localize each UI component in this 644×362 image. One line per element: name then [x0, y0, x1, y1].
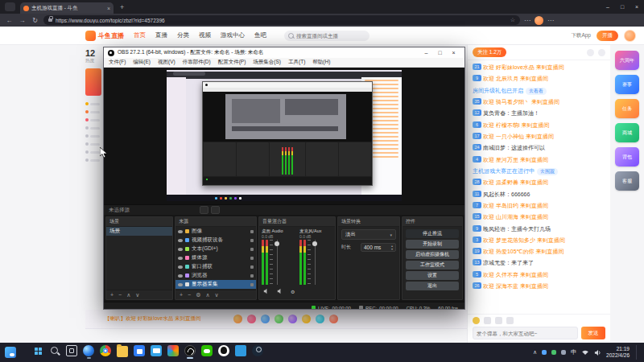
- go-live-button[interactable]: 开播: [597, 31, 618, 41]
- source-row[interactable]: 文本(GDI+): [175, 245, 256, 253]
- browser-menu-icon[interactable]: ⋯: [547, 17, 554, 24]
- tray-chevron-icon[interactable]: ∧: [533, 349, 537, 356]
- wechat-icon[interactable]: [201, 345, 213, 356]
- volume-slider[interactable]: [312, 240, 317, 285]
- photos-icon[interactable]: [167, 345, 179, 356]
- obs-menu-item[interactable]: 编辑(E): [133, 59, 151, 66]
- site-search[interactable]: [284, 31, 369, 41]
- file-explorer-icon[interactable]: [117, 346, 128, 357]
- gift-icon[interactable]: [261, 315, 270, 323]
- chat-input[interactable]: [473, 327, 578, 339]
- forward-icon[interactable]: →: [18, 17, 27, 24]
- bookmark-star-icon[interactable]: ☆: [510, 17, 515, 23]
- scene-down-icon[interactable]: ∨: [135, 292, 139, 298]
- obs-menu-item[interactable]: 场景集合(S): [253, 59, 281, 66]
- activity-banner[interactable]: 任务: [615, 99, 639, 118]
- source-properties-button[interactable]: [200, 206, 208, 214]
- add-source-icon[interactable]: +: [180, 292, 183, 298]
- url-box[interactable]: https://www.douyu.com/topic/zbzl?rid=457…: [43, 15, 520, 25]
- chat-action-button[interactable]: 去围观: [537, 168, 558, 175]
- nav-item[interactable]: 鱼吧: [254, 31, 266, 39]
- horn-icon[interactable]: [495, 317, 502, 324]
- source-lock-icon[interactable]: [250, 274, 254, 278]
- show-desktop-button[interactable]: [636, 345, 639, 360]
- tray-app-icon[interactable]: [542, 350, 547, 355]
- rank-row[interactable]: [85, 134, 102, 138]
- source-lock-icon[interactable]: [250, 239, 254, 242]
- volume-slider[interactable]: [275, 240, 279, 285]
- visibility-eye-icon[interactable]: [178, 283, 183, 286]
- window-close-button[interactable]: ×: [630, 0, 644, 14]
- chat-style-icon[interactable]: [506, 317, 514, 324]
- rank-row[interactable]: [85, 158, 102, 162]
- task-view-icon[interactable]: [66, 345, 77, 356]
- source-lock-icon[interactable]: [250, 265, 254, 269]
- search-input[interactable]: [296, 33, 356, 39]
- obs-control-button[interactable]: 设置: [406, 271, 459, 280]
- refresh-icon[interactable]: ↻: [31, 17, 39, 24]
- visibility-eye-icon[interactable]: [178, 239, 183, 242]
- speaker-icon[interactable]: [263, 288, 270, 294]
- scene-up-icon[interactable]: ∧: [126, 292, 130, 298]
- tray-app-icon[interactable]: [551, 350, 556, 355]
- vscode-icon[interactable]: [235, 345, 246, 356]
- nav-item[interactable]: 直播: [155, 31, 167, 39]
- nav-item[interactable]: 视频: [199, 31, 211, 39]
- obs-preview[interactable]: [104, 68, 464, 204]
- steam-icon[interactable]: [252, 345, 263, 356]
- microsoft-store-icon[interactable]: [134, 345, 145, 356]
- gift-icon[interactable]: [247, 315, 256, 323]
- transition-select[interactable]: 淡出 ▾: [341, 229, 396, 240]
- obs-minimize-button[interactable]: –: [419, 50, 433, 56]
- source-settings-gear-icon[interactable]: ⚙: [196, 292, 200, 298]
- taskbar-clock[interactable]: 21:19 2022/4/26: [606, 346, 630, 359]
- taskbar-search-icon[interactable]: [49, 345, 60, 356]
- obs-control-button[interactable]: 工作室模式: [406, 261, 459, 269]
- duration-field[interactable]: 400 ms ▴▾: [361, 243, 396, 252]
- extensions-icon[interactable]: ⋯: [524, 17, 530, 24]
- user-avatar[interactable]: [624, 30, 636, 42]
- rank-row[interactable]: [85, 118, 102, 121]
- widgets-weather-icon[interactable]: [5, 347, 16, 358]
- source-row[interactable]: 窗口捕获: [175, 262, 256, 271]
- obs-control-button[interactable]: 退出: [406, 282, 459, 290]
- new-tab-button[interactable]: +: [120, 3, 124, 11]
- source-row[interactable]: 媒体源: [175, 253, 256, 262]
- gift-icon[interactable]: [288, 315, 297, 323]
- visibility-eye-icon[interactable]: [178, 265, 183, 269]
- visibility-eye-icon[interactable]: [178, 230, 183, 233]
- obs-control-button[interactable]: 开始录制: [406, 240, 459, 249]
- scene-item[interactable]: 场景: [106, 227, 172, 236]
- visibility-eye-icon[interactable]: [178, 274, 183, 278]
- obs-maximize-button[interactable]: □: [433, 50, 447, 56]
- gift-icon[interactable]: [275, 315, 283, 323]
- site-logo[interactable]: 斗鱼直播: [85, 31, 124, 41]
- remove-scene-icon[interactable]: −: [118, 292, 122, 298]
- obs-menu-item[interactable]: 配置文件(P): [218, 59, 246, 66]
- nav-item[interactable]: 分类: [177, 31, 189, 39]
- source-row[interactable]: 浏览器: [175, 271, 256, 280]
- back-icon[interactable]: ←: [5, 17, 14, 24]
- browser-tab[interactable]: 主机游戏直播 - 斗鱼 ×: [20, 2, 114, 14]
- chrome-icon[interactable]: [100, 345, 111, 356]
- chat-settings-icon[interactable]: [587, 49, 594, 56]
- nav-item[interactable]: 游戏中心: [221, 31, 245, 39]
- rank-row[interactable]: [85, 102, 102, 105]
- edge-icon[interactable]: [83, 345, 94, 356]
- activity-banner[interactable]: 客服: [615, 171, 639, 191]
- obs-control-button[interactable]: 启动虚拟摄像机: [406, 250, 459, 259]
- tab-actions-icon[interactable]: [5, 2, 15, 11]
- source-lock-icon[interactable]: [250, 230, 254, 233]
- obs-control-button[interactable]: 停止推流: [406, 229, 459, 238]
- send-button[interactable]: 发送: [581, 327, 605, 339]
- obs-menu-item[interactable]: 帮助(H): [312, 59, 330, 66]
- image-icon[interactable]: [484, 317, 491, 324]
- source-row[interactable]: 图像: [175, 227, 256, 236]
- emoji-icon[interactable]: [473, 317, 480, 324]
- obs-title-bar[interactable]: OBS 27.2.1 (64-bit, windows) - 配置文件: 未命名…: [104, 47, 464, 58]
- gift-icon[interactable]: [233, 315, 242, 323]
- window-minimize-button[interactable]: –: [601, 0, 615, 14]
- activity-banner[interactable]: 赛事: [615, 75, 639, 94]
- wifi-icon[interactable]: [581, 349, 589, 356]
- obs-menu-item[interactable]: 停靠部件(D): [183, 59, 211, 66]
